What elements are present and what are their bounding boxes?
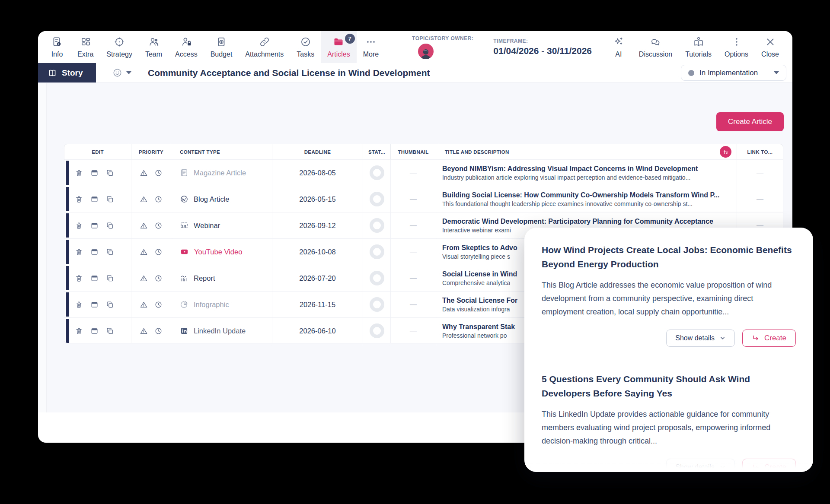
priority-warning-button[interactable] (140, 327, 148, 335)
options-button[interactable]: Options (718, 31, 755, 63)
suggestion-actions: Show details Create (542, 459, 796, 472)
show-details-button[interactable]: Show details (666, 459, 735, 472)
discussion-button[interactable]: Discussion (632, 31, 679, 63)
delete-button[interactable] (75, 195, 83, 203)
status-ring-icon[interactable] (370, 297, 384, 312)
deadline-clock-button[interactable] (154, 248, 163, 256)
duplicate-button[interactable] (106, 274, 114, 282)
open-card-button[interactable] (90, 301, 99, 309)
status-dot-icon (688, 70, 694, 76)
tab-access[interactable]: Access (169, 31, 204, 63)
deadline-clock-button[interactable] (154, 274, 163, 282)
deadline-clock-button[interactable] (154, 222, 163, 230)
duplicate-button[interactable] (106, 195, 114, 203)
status-dropdown[interactable]: In Implementation (681, 65, 786, 81)
emoji-picker-button[interactable] (112, 68, 131, 78)
delete-button[interactable] (75, 222, 83, 230)
delete-button[interactable] (75, 301, 83, 309)
status-ring-icon[interactable] (370, 271, 384, 285)
link-placeholder: — (757, 195, 763, 203)
tab-extra[interactable]: Extra (71, 31, 100, 63)
priority-warning-button[interactable] (140, 169, 148, 177)
column-header-priority: PRIORITY (131, 144, 171, 159)
clock-icon (154, 222, 163, 230)
smiley-icon (112, 68, 122, 78)
title-cell[interactable]: Beyond NIMBYism: Addressing Visual Impac… (436, 160, 737, 186)
duplicate-button[interactable] (106, 301, 114, 309)
open-card-button[interactable] (90, 169, 99, 177)
priority-warning-button[interactable] (140, 222, 148, 230)
open-card-button[interactable] (90, 248, 99, 256)
chat-icon (650, 36, 661, 48)
status-ring-icon[interactable] (370, 323, 384, 338)
tab-tasks[interactable]: Tasks (290, 31, 321, 63)
deadline-clock-button[interactable] (154, 195, 163, 203)
deadline-cell: 2026-08-05 (272, 160, 363, 186)
trash-icon (75, 274, 83, 282)
content-type-label: Blog Article (194, 195, 230, 203)
open-card-button[interactable] (90, 195, 99, 203)
story-tab[interactable]: Story (38, 63, 96, 82)
infographic-icon (180, 300, 188, 309)
create-suggestion-button[interactable]: Create (742, 459, 796, 472)
open-card-button[interactable] (90, 327, 99, 335)
delete-button[interactable] (75, 169, 83, 177)
title-cell[interactable]: Building Social License: How Community C… (436, 186, 737, 212)
priority-warning-button[interactable] (140, 248, 148, 256)
card-icon (90, 169, 99, 177)
tab-team[interactable]: Team (139, 31, 169, 63)
info-doc-icon (51, 36, 63, 48)
tutorials-button[interactable]: Tutorials (679, 31, 718, 63)
deadline-clock-button[interactable] (154, 301, 163, 309)
tab-label: Extra (77, 51, 93, 58)
show-details-button[interactable]: Show details (666, 330, 735, 347)
tab-more[interactable]: More (357, 31, 385, 63)
open-card-button[interactable] (90, 274, 99, 282)
table-row: Blog Article 2026-05-15 — Building Socia… (64, 186, 783, 212)
suggestion-actions: Show details Create (542, 330, 796, 347)
card-icon (90, 222, 99, 230)
status-ring-icon[interactable] (370, 165, 384, 180)
duplicate-button[interactable] (106, 222, 114, 230)
content-type-label: LinkedIn Update (194, 327, 246, 335)
chevron-down-icon (719, 335, 726, 341)
column-header-content-type: CONTENT TYPE (171, 144, 272, 159)
clock-icon (154, 327, 163, 335)
thumbnail-placeholder: — (410, 169, 417, 177)
tab-attachments[interactable]: Attachments (239, 31, 290, 63)
open-card-button[interactable] (90, 222, 99, 230)
delete-button[interactable] (75, 248, 83, 256)
content-type-label: Infographic (194, 301, 229, 309)
ai-button[interactable]: AI (605, 31, 632, 63)
deadline-clock-button[interactable] (154, 327, 163, 335)
duplicate-button[interactable] (106, 248, 114, 256)
priority-warning-button[interactable] (140, 274, 148, 282)
tab-label: Info (51, 51, 63, 58)
tab-budget[interactable]: Budget (204, 31, 239, 63)
duplicate-button[interactable] (106, 169, 114, 177)
tab-articles[interactable]: 7 Articles (321, 31, 356, 63)
clock-icon (154, 301, 163, 309)
status-ring-icon[interactable] (370, 244, 384, 259)
tab-strategy[interactable]: Strategy (100, 31, 139, 63)
close-button[interactable]: Close (755, 31, 785, 63)
create-suggestion-button[interactable]: Create (742, 330, 796, 347)
tab-label: More (363, 51, 379, 58)
clock-icon (154, 248, 163, 256)
status-ring-icon[interactable] (370, 192, 384, 206)
status-ring-icon[interactable] (370, 218, 384, 233)
create-article-button[interactable]: Create Article (716, 112, 784, 131)
team-icon (148, 36, 160, 48)
priority-warning-button[interactable] (140, 301, 148, 309)
delete-button[interactable] (75, 274, 83, 282)
delete-button[interactable] (75, 327, 83, 335)
link-placeholder: — (757, 169, 763, 177)
sort-button[interactable] (720, 146, 731, 158)
priority-warning-button[interactable] (140, 195, 148, 203)
article-title: Social License in Wind (442, 270, 517, 278)
duplicate-button[interactable] (106, 327, 114, 335)
owner-avatar[interactable] (418, 44, 434, 59)
deadline-clock-button[interactable] (154, 169, 163, 177)
tab-info[interactable]: Info (43, 31, 71, 63)
tab-label: Budget (211, 51, 233, 58)
